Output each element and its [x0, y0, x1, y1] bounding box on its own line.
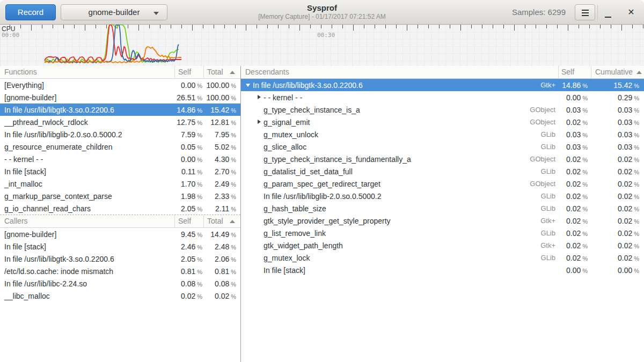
expander-right-icon[interactable] [255, 116, 264, 128]
table-row[interactable]: __pthread_rwlock_rdlock12.75%12.81% [0, 116, 240, 128]
table-row[interactable]: In file /usr/lib/libgtk-3.so.0.2200.614.… [0, 104, 240, 116]
total-percentage: 0.02% [591, 167, 644, 176]
table-row[interactable]: g_type_check_instance_is_aGObject0.03%0.… [241, 104, 644, 116]
table-row[interactable]: __libc_malloc0.02%0.02% [0, 290, 240, 302]
value: 14.49 [210, 230, 229, 239]
function-name: [gnome-builder] [4, 230, 56, 239]
process-selector-dropdown[interactable]: gnome-builder [61, 4, 167, 20]
self-percentage: 0.08% [174, 279, 203, 288]
descendants-column-title[interactable]: Descendants [245, 68, 289, 76]
functions-total-column[interactable]: Total [207, 68, 223, 76]
value: 0.02 [566, 204, 581, 213]
self-percentage: 14.86% [558, 81, 591, 90]
percent-sign: % [582, 206, 588, 212]
sysprof-window: Record gnome-builder Sysprof [Memory Cap… [0, 0, 644, 362]
library-category-badge: GObject [530, 106, 558, 114]
functions-column-title[interactable]: Functions [4, 68, 37, 76]
value: 12.81 [210, 118, 229, 127]
library-category-badge: GLib [541, 204, 558, 212]
table-row[interactable]: In file /usr/lib/libgtk-3.so.0.2200.62.0… [0, 253, 240, 265]
function-name-cell: [Everything] [0, 81, 174, 90]
table-row[interactable]: - - kernel - -0.00%4.30% [0, 153, 240, 165]
total-percentage: 0.02% [591, 204, 644, 213]
callers-header: Callers Self Total [0, 215, 240, 228]
expander-right-icon[interactable] [255, 91, 264, 104]
self-percentage: 1.98% [174, 192, 203, 201]
table-row[interactable]: g_datalist_id_set_data_fullGLib0.02%0.02… [241, 165, 644, 178]
descendants-cumulative-column[interactable]: Cumulative [595, 68, 633, 76]
percent-sign: % [582, 218, 588, 225]
table-row[interactable]: gtk_widget_path_lengthGtk+0.02%0.02% [241, 239, 644, 252]
table-row[interactable]: g_list_remove_linkGLib0.02%0.02% [241, 227, 644, 239]
table-row[interactable]: g_signal_emitGObject0.02%0.03% [241, 116, 644, 128]
percent-sign: % [231, 256, 236, 263]
table-row[interactable]: [Everything]0.00%100.00% [0, 79, 240, 91]
record-button[interactable]: Record [5, 4, 56, 20]
percent-sign: % [634, 107, 639, 114]
function-name-cell: - - kernel - - [0, 155, 174, 164]
percent-sign: % [197, 107, 202, 114]
value: 1.70 [181, 180, 195, 188]
total-percentage: 15.42% [203, 106, 240, 114]
minimize-button[interactable] [600, 4, 616, 20]
table-row[interactable]: [gnome-builder]26.51%100.00% [0, 91, 240, 104]
table-row[interactable]: g_resource_enumerate_children0.05%5.02% [0, 141, 240, 153]
self-percentage: 0.02% [558, 241, 591, 250]
menu-button[interactable] [575, 4, 595, 20]
value: 0.02 [181, 292, 195, 300]
table-row[interactable]: /etc/ld.so.cache: inode mismatch0.81%0.8… [0, 265, 240, 277]
percent-sign: % [197, 132, 202, 138]
expander-down-icon[interactable] [244, 79, 253, 91]
table-row[interactable]: g_mutex_lockGLib0.02%0.02% [241, 252, 644, 264]
table-row[interactable]: g_slice_allocGLib0.03%0.03% [241, 141, 644, 153]
callers-self-column[interactable]: Self [178, 217, 191, 225]
percent-sign: % [197, 157, 202, 163]
library-category-badge: Gtk+ [540, 217, 558, 225]
percent-sign: % [197, 194, 202, 200]
percent-sign: % [634, 120, 639, 126]
self-percentage: 1.70% [174, 180, 203, 188]
table-row[interactable]: g_type_check_instance_is_fundamentally_a… [241, 153, 644, 165]
table-row[interactable]: g_mutex_unlockGLib0.03%0.03% [241, 128, 644, 141]
table-row[interactable]: In file /usr/lib/libgtk-3.so.0.2200.6Gtk… [241, 79, 644, 91]
table-row[interactable]: In file [stack]0.11%2.70% [0, 165, 240, 178]
value: 2.46 [181, 242, 195, 251]
function-name-cell: g_list_remove_linkGLib [241, 227, 558, 239]
table-row[interactable]: In file /usr/lib/libc-2.24.so0.08%0.08% [0, 277, 240, 290]
value: 0.02 [618, 241, 632, 250]
percent-sign: % [197, 181, 202, 188]
table-row[interactable]: gtk_style_provider_get_style_propertyGtk… [241, 215, 644, 227]
total-percentage: 0.29% [591, 93, 644, 102]
table-row[interactable]: In file /usr/lib/libglib-2.0.so.0.5000.2… [241, 190, 644, 202]
function-name: g_type_check_instance_is_a [264, 106, 360, 114]
total-percentage: 0.03% [591, 118, 644, 127]
table-row[interactable]: g_param_spec_get_redirect_targetGObject0… [241, 178, 644, 190]
value: 9.45 [181, 230, 195, 239]
callers-total-column[interactable]: Total [207, 217, 223, 225]
table-row[interactable]: In file [stack]0.00%0.00% [241, 264, 644, 276]
table-row[interactable]: [gnome-builder]9.45%14.49% [0, 228, 240, 240]
close-button[interactable]: ✕ [623, 4, 639, 20]
table-row[interactable]: In file /usr/lib/libglib-2.0.so.0.5000.2… [0, 128, 240, 141]
value: 0.02 [566, 192, 581, 201]
table-row[interactable]: g_io_channel_read_chars2.05%2.11% [0, 202, 240, 215]
table-row[interactable]: g_markup_parse_context_parse1.98%2.33% [0, 190, 240, 202]
table-row[interactable]: _int_malloc1.70%2.49% [0, 178, 240, 190]
column-separator [591, 66, 591, 78]
percent-sign: % [231, 83, 236, 89]
self-percentage: 0.02% [558, 167, 591, 176]
function-name-cell: __pthread_rwlock_rdlock [0, 118, 174, 127]
cpu-graph[interactable]: CPU 00:00 00:30 [0, 25, 644, 66]
expander-placeholder [255, 264, 264, 276]
function-name-cell: In file [stack] [241, 264, 558, 276]
value: 0.00 [566, 266, 581, 275]
table-row[interactable]: In file [stack]2.46%2.48% [0, 240, 240, 253]
function-name: g_param_spec_get_redirect_target [264, 180, 380, 188]
function-name-cell: gtk_widget_path_lengthGtk+ [241, 239, 558, 252]
table-row[interactable]: g_hash_table_sizeGLib0.02%0.02% [241, 202, 644, 215]
percent-sign: % [582, 132, 588, 138]
functions-self-column[interactable]: Self [178, 68, 191, 76]
table-row[interactable]: - - kernel - -0.00%0.29% [241, 91, 644, 104]
callers-column-title[interactable]: Callers [4, 217, 28, 225]
descendants-self-column[interactable]: Self [561, 68, 574, 76]
